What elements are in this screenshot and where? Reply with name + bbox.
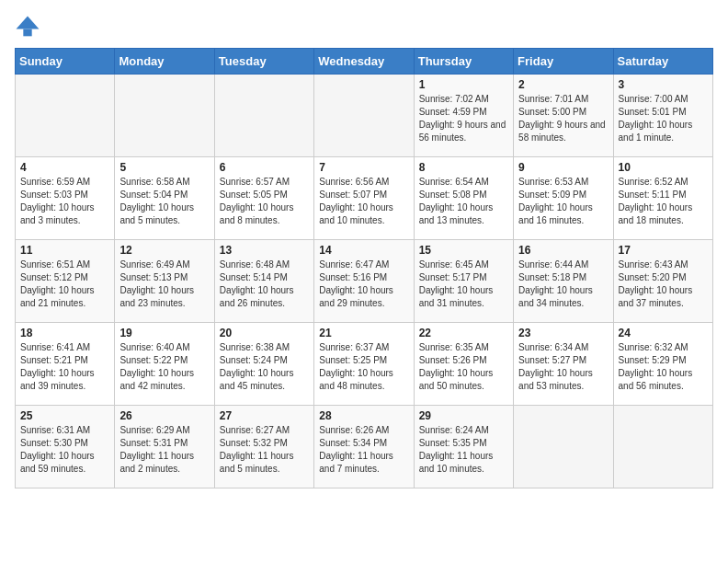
calendar-cell: 11Sunrise: 6:51 AMSunset: 5:12 PMDayligh…: [16, 240, 115, 323]
calendar-cell: 8Sunrise: 6:54 AMSunset: 5:08 PMDaylight…: [414, 157, 513, 240]
day-info: Sunrise: 6:40 AMSunset: 5:22 PMDaylight:…: [119, 341, 209, 393]
header-cell-tuesday: Tuesday: [214, 49, 313, 75]
logo: [15, 15, 44, 40]
day-info: Sunrise: 6:58 AMSunset: 5:04 PMDaylight:…: [119, 176, 209, 227]
calendar-cell: 17Sunrise: 6:43 AMSunset: 5:20 PMDayligh…: [613, 240, 712, 323]
calendar-row: 4Sunrise: 6:59 AMSunset: 5:03 PMDaylight…: [16, 157, 713, 240]
calendar-cell: 29Sunrise: 6:24 AMSunset: 5:35 PMDayligh…: [414, 406, 513, 488]
calendar-row: 11Sunrise: 6:51 AMSunset: 5:12 PMDayligh…: [16, 240, 713, 323]
calendar-cell: 3Sunrise: 7:00 AMSunset: 5:01 PMDaylight…: [613, 75, 712, 157]
day-number: 23: [518, 327, 608, 339]
svg-marker-0: [17, 17, 40, 29]
day-number: 6: [220, 161, 309, 174]
day-info: Sunrise: 6:38 AMSunset: 5:24 PMDaylight:…: [220, 341, 309, 393]
day-number: 11: [20, 244, 109, 257]
header-row: SundayMondayTuesdayWednesdayThursdayFrid…: [16, 49, 713, 75]
calendar-cell: 21Sunrise: 6:37 AMSunset: 5:25 PMDayligh…: [314, 323, 414, 406]
calendar-table: SundayMondayTuesdayWednesdayThursdayFrid…: [15, 48, 713, 488]
calendar-cell: 18Sunrise: 6:41 AMSunset: 5:21 PMDayligh…: [16, 323, 115, 406]
day-number: 16: [518, 244, 608, 257]
day-info: Sunrise: 7:00 AMSunset: 5:01 PMDaylight:…: [619, 93, 708, 144]
calendar-cell: [514, 406, 613, 488]
day-info: Sunrise: 6:49 AMSunset: 5:13 PMDaylight:…: [119, 259, 209, 310]
calendar-cell: 5Sunrise: 6:58 AMSunset: 5:04 PMDaylight…: [115, 157, 214, 240]
calendar-header: SundayMondayTuesdayWednesdayThursdayFrid…: [16, 49, 713, 75]
svg-rect-1: [23, 29, 31, 37]
calendar-cell: 1Sunrise: 7:02 AMSunset: 4:59 PMDaylight…: [414, 75, 513, 157]
calendar-cell: 24Sunrise: 6:32 AMSunset: 5:29 PMDayligh…: [613, 323, 712, 406]
day-number: 14: [319, 244, 408, 257]
day-number: 4: [20, 161, 109, 174]
day-number: 3: [619, 78, 708, 91]
calendar-cell: 2Sunrise: 7:01 AMSunset: 5:00 PMDaylight…: [514, 75, 613, 157]
day-number: 12: [119, 244, 209, 257]
calendar-cell: [314, 75, 414, 157]
calendar-cell: [16, 75, 115, 157]
day-info: Sunrise: 6:43 AMSunset: 5:20 PMDaylight:…: [619, 259, 708, 310]
header-cell-thursday: Thursday: [414, 49, 513, 75]
calendar-cell: 7Sunrise: 6:56 AMSunset: 5:07 PMDaylight…: [314, 157, 414, 240]
calendar-cell: 12Sunrise: 6:49 AMSunset: 5:13 PMDayligh…: [115, 240, 214, 323]
day-info: Sunrise: 6:59 AMSunset: 5:03 PMDaylight:…: [20, 176, 109, 227]
header-cell-friday: Friday: [514, 49, 613, 75]
day-info: Sunrise: 6:45 AMSunset: 5:17 PMDaylight:…: [419, 259, 508, 310]
calendar-cell: 27Sunrise: 6:27 AMSunset: 5:32 PMDayligh…: [214, 406, 313, 488]
day-info: Sunrise: 6:27 AMSunset: 5:32 PMDaylight:…: [220, 424, 309, 476]
day-number: 13: [220, 244, 309, 257]
calendar-cell: 9Sunrise: 6:53 AMSunset: 5:09 PMDaylight…: [514, 157, 613, 240]
day-number: 8: [419, 161, 508, 174]
calendar-cell: 16Sunrise: 6:44 AMSunset: 5:18 PMDayligh…: [514, 240, 613, 323]
calendar-cell: 25Sunrise: 6:31 AMSunset: 5:30 PMDayligh…: [16, 406, 115, 488]
day-number: 22: [419, 327, 508, 339]
calendar-cell: 4Sunrise: 6:59 AMSunset: 5:03 PMDaylight…: [16, 157, 115, 240]
day-number: 18: [20, 327, 109, 339]
calendar-cell: 19Sunrise: 6:40 AMSunset: 5:22 PMDayligh…: [115, 323, 214, 406]
day-number: 29: [419, 409, 508, 422]
logo-icon: [15, 15, 40, 40]
day-number: 27: [220, 409, 309, 422]
calendar-cell: 14Sunrise: 6:47 AMSunset: 5:16 PMDayligh…: [314, 240, 414, 323]
day-number: 25: [20, 409, 109, 422]
day-number: 26: [119, 409, 209, 422]
day-info: Sunrise: 6:32 AMSunset: 5:29 PMDaylight:…: [619, 341, 708, 393]
day-number: 20: [220, 327, 309, 339]
day-info: Sunrise: 6:44 AMSunset: 5:18 PMDaylight:…: [518, 259, 608, 310]
header-cell-sunday: Sunday: [16, 49, 115, 75]
calendar-cell: 15Sunrise: 6:45 AMSunset: 5:17 PMDayligh…: [414, 240, 513, 323]
calendar-cell: 22Sunrise: 6:35 AMSunset: 5:26 PMDayligh…: [414, 323, 513, 406]
day-info: Sunrise: 6:56 AMSunset: 5:07 PMDaylight:…: [319, 176, 408, 227]
page-header: [15, 15, 713, 40]
calendar-cell: 23Sunrise: 6:34 AMSunset: 5:27 PMDayligh…: [514, 323, 613, 406]
day-info: Sunrise: 6:52 AMSunset: 5:11 PMDaylight:…: [619, 176, 708, 227]
header-cell-wednesday: Wednesday: [314, 49, 414, 75]
calendar-cell: [214, 75, 313, 157]
calendar-cell: [115, 75, 214, 157]
day-number: 9: [518, 161, 608, 174]
day-number: 24: [619, 327, 708, 339]
day-number: 17: [619, 244, 708, 257]
calendar-cell: 28Sunrise: 6:26 AMSunset: 5:34 PMDayligh…: [314, 406, 414, 488]
day-info: Sunrise: 7:02 AMSunset: 4:59 PMDaylight:…: [419, 93, 508, 144]
day-info: Sunrise: 6:29 AMSunset: 5:31 PMDaylight:…: [119, 424, 209, 476]
header-cell-saturday: Saturday: [613, 49, 712, 75]
calendar-cell: 6Sunrise: 6:57 AMSunset: 5:05 PMDaylight…: [214, 157, 313, 240]
calendar-cell: 20Sunrise: 6:38 AMSunset: 5:24 PMDayligh…: [214, 323, 313, 406]
day-info: Sunrise: 6:53 AMSunset: 5:09 PMDaylight:…: [518, 176, 608, 227]
calendar-row: 25Sunrise: 6:31 AMSunset: 5:30 PMDayligh…: [16, 406, 713, 488]
day-number: 28: [319, 409, 408, 422]
day-info: Sunrise: 6:51 AMSunset: 5:12 PMDaylight:…: [20, 259, 109, 310]
day-number: 15: [419, 244, 508, 257]
calendar-cell: 26Sunrise: 6:29 AMSunset: 5:31 PMDayligh…: [115, 406, 214, 488]
calendar-cell: 13Sunrise: 6:48 AMSunset: 5:14 PMDayligh…: [214, 240, 313, 323]
day-number: 5: [119, 161, 209, 174]
day-number: 7: [319, 161, 408, 174]
calendar-row: 1Sunrise: 7:02 AMSunset: 4:59 PMDaylight…: [16, 75, 713, 157]
day-info: Sunrise: 6:26 AMSunset: 5:34 PMDaylight:…: [319, 424, 408, 476]
day-number: 21: [319, 327, 408, 339]
header-cell-monday: Monday: [115, 49, 214, 75]
day-info: Sunrise: 6:35 AMSunset: 5:26 PMDaylight:…: [419, 341, 508, 393]
calendar-cell: [613, 406, 712, 488]
day-info: Sunrise: 6:57 AMSunset: 5:05 PMDaylight:…: [220, 176, 309, 227]
day-number: 2: [518, 78, 608, 91]
day-info: Sunrise: 7:01 AMSunset: 5:00 PMDaylight:…: [518, 93, 608, 144]
